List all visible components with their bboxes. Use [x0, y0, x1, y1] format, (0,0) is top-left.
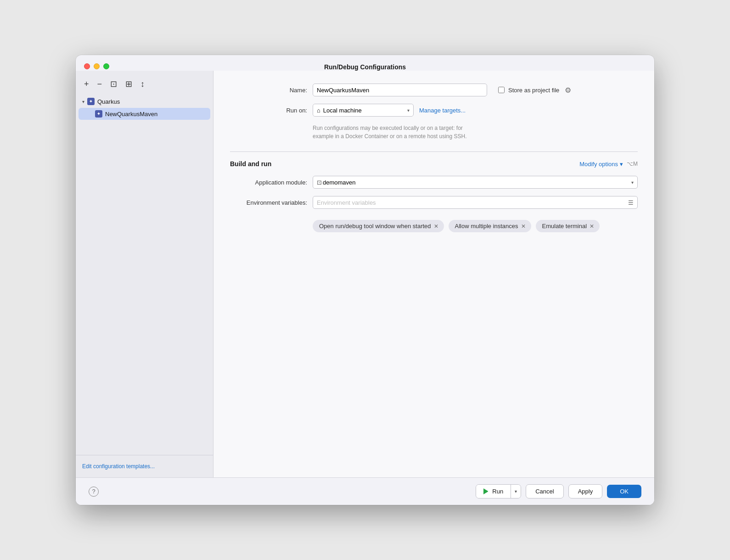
help-button[interactable]: ?: [89, 487, 99, 497]
edit-templates-button[interactable]: Edit configuration templates...: [82, 463, 155, 470]
modify-options-button[interactable]: Modify options ▾: [579, 161, 623, 168]
tag-emulate-terminal: Emulate terminal ✕: [536, 220, 600, 232]
quarkus-item-icon: ✦: [95, 110, 102, 118]
copy-config-button[interactable]: ⊡: [108, 79, 119, 89]
env-vars-placeholder: Environment variables: [317, 199, 376, 206]
env-browse-button[interactable]: ☰: [628, 199, 634, 206]
chevron-down-icon: ▾: [631, 180, 634, 185]
run-on-select[interactable]: ⌂ Local machine ▾: [313, 104, 414, 117]
run-label: Run: [492, 488, 503, 495]
remove-config-button[interactable]: −: [95, 79, 104, 89]
app-module-value: demomaven: [323, 179, 356, 186]
gear-icon[interactable]: ⚙: [565, 86, 571, 95]
minimize-button[interactable]: [94, 63, 100, 69]
tag-open-window-label: Open run/debug tool window when started: [319, 223, 431, 230]
run-button-group: Run ▾: [476, 484, 521, 498]
run-on-row: Run on: ⌂ Local machine ▾ Manage targets…: [230, 104, 638, 117]
name-label: Name:: [230, 87, 313, 94]
app-module-row: Application module: ⊡ demomaven ▾: [230, 176, 638, 189]
cancel-button[interactable]: Cancel: [526, 484, 563, 498]
manage-targets-button[interactable]: Manage targets...: [419, 107, 466, 114]
sidebar-toolbar: + − ⊡ ⊞ ↕: [76, 75, 213, 94]
home-icon: ⌂: [317, 107, 320, 114]
env-vars-row: Environment variables: Environment varia…: [230, 196, 638, 209]
tree-item-newquarkusmaven[interactable]: ✦ NewQuarkusMaven: [79, 108, 210, 120]
tag-allow-instances: Allow multiple instances ✕: [449, 220, 531, 232]
tag-allow-instances-close[interactable]: ✕: [521, 224, 526, 229]
app-module-label: Application module:: [230, 179, 313, 186]
chevron-down-icon: ▾: [407, 108, 410, 113]
run-on-value: Local machine: [323, 107, 362, 114]
quarkus-icon: ✦: [87, 98, 95, 105]
name-row: Name: Store as project file ⚙: [230, 84, 638, 96]
modify-options-label: Modify options: [579, 161, 618, 168]
app-module-select[interactable]: ⊡ demomaven ▾: [313, 176, 638, 189]
run-debug-dialog: Run/Debug Configurations + − ⊡ ⊞ ↕ ▾ ✦ Q…: [76, 55, 654, 505]
run-button[interactable]: Run: [476, 485, 511, 498]
dialog-title: Run/Debug Configurations: [324, 63, 406, 71]
env-vars-field[interactable]: Environment variables ☰: [313, 196, 638, 209]
main-content: Name: Store as project file ⚙ Run on: ⌂ …: [213, 71, 654, 477]
module-icon: ⊡: [317, 179, 322, 186]
store-project-checkbox[interactable]: [498, 87, 505, 93]
run-on-hint: Run configurations may be executed local…: [313, 124, 638, 140]
name-input[interactable]: [313, 84, 487, 96]
tag-emulate-terminal-label: Emulate terminal: [542, 223, 587, 230]
bottom-bar: ? Run ▾ Cancel Apply OK: [76, 477, 654, 505]
title-bar: Run/Debug Configurations: [76, 55, 654, 71]
section-divider: [230, 151, 638, 152]
run-play-icon: [483, 488, 489, 494]
tree-group-quarkus: ▾ ✦ Quarkus ✦ NewQuarkusMaven: [76, 95, 213, 120]
modify-shortcut-hint: ⌥M: [627, 161, 638, 167]
build-run-title: Build and run: [230, 160, 271, 168]
maximize-button[interactable]: [103, 63, 109, 69]
hint-line1: Run configurations may be executed local…: [313, 125, 463, 131]
close-button[interactable]: [84, 63, 90, 69]
traffic-lights: [84, 63, 109, 69]
chevron-down-icon: ▾: [620, 161, 623, 168]
sidebar-footer: Edit configuration templates...: [76, 455, 213, 477]
build-run-header: Build and run Modify options ▾ ⌥M: [230, 160, 638, 168]
run-dropdown-button[interactable]: ▾: [511, 485, 521, 498]
ok-button[interactable]: OK: [607, 485, 641, 498]
run-on-label: Run on:: [230, 107, 313, 114]
store-project-label: Store as project file: [508, 87, 559, 94]
tags-container: Open run/debug tool window when started …: [313, 220, 638, 232]
tag-emulate-terminal-close[interactable]: ✕: [590, 224, 594, 229]
sidebar-tree: ▾ ✦ Quarkus ✦ NewQuarkusMaven: [76, 94, 213, 455]
new-folder-button[interactable]: ⊞: [124, 79, 134, 89]
tree-group-label: Quarkus: [97, 98, 120, 105]
env-vars-label: Environment variables:: [230, 199, 313, 206]
tag-open-window: Open run/debug tool window when started …: [313, 220, 444, 232]
hint-line2: example in a Docker Container or on a re…: [313, 133, 467, 140]
store-project-group: Store as project file ⚙: [498, 86, 571, 95]
tag-open-window-close[interactable]: ✕: [434, 224, 438, 229]
apply-button[interactable]: Apply: [568, 484, 603, 498]
tag-allow-instances-label: Allow multiple instances: [455, 223, 518, 230]
sidebar: + − ⊡ ⊞ ↕ ▾ ✦ Quarkus ✦ NewQuarkusMaven: [76, 71, 213, 477]
sort-button[interactable]: ↕: [139, 79, 146, 89]
tree-item-label: NewQuarkusMaven: [105, 111, 157, 118]
add-config-button[interactable]: +: [82, 79, 91, 89]
dialog-body: + − ⊡ ⊞ ↕ ▾ ✦ Quarkus ✦ NewQuarkusMaven: [76, 71, 654, 477]
tree-group-header-quarkus[interactable]: ▾ ✦ Quarkus: [76, 95, 213, 107]
chevron-down-icon: ▾: [82, 99, 84, 104]
